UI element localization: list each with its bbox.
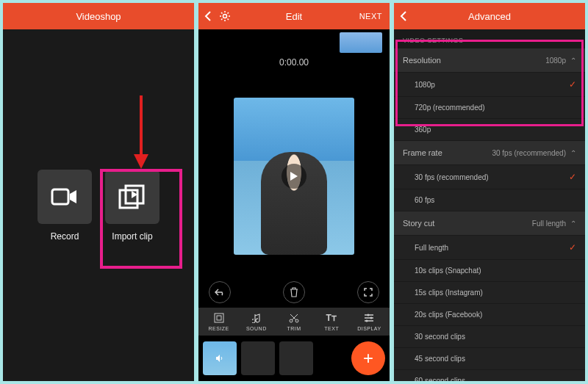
storycut-option-45s[interactable]: 45 second clips <box>394 348 585 370</box>
record-label: Record <box>51 231 79 242</box>
import-clip-icon <box>105 170 159 224</box>
timeline-row: + <box>198 336 390 381</box>
header: Edit NEXT <box>198 3 390 29</box>
tool-text[interactable]: Tᴛ TEXT <box>313 312 351 331</box>
clip-strip <box>198 29 390 53</box>
framerate-row[interactable]: Frame rate 30 fps (recommended)⌃ <box>394 141 585 165</box>
row-value: 30 fps (recommended) <box>492 149 566 157</box>
import-clip-tile[interactable]: Import clip <box>105 170 159 242</box>
back-icon[interactable] <box>400 11 407 21</box>
svg-rect-5 <box>217 316 221 320</box>
text-icon: Tᴛ <box>326 312 337 324</box>
chevron-up-icon: ⌃ <box>570 57 576 65</box>
row-value: 1080p <box>545 57 566 65</box>
svg-point-10 <box>366 320 368 322</box>
video-preview[interactable] <box>234 98 354 255</box>
tool-sound[interactable]: SOUND <box>237 312 275 331</box>
check-icon: ✓ <box>569 172 576 182</box>
row-label: Story cut <box>403 219 434 228</box>
tool-resize[interactable]: RESIZE <box>200 312 237 331</box>
sound-icon <box>252 312 261 324</box>
screen-advanced: Advanced VIDEO SETTINGS Resolution 1080p… <box>394 3 585 381</box>
header-title: Videoshop <box>76 11 121 22</box>
resolution-option-360p[interactable]: 360p <box>394 119 585 141</box>
section-label: VIDEO SETTINGS <box>394 29 585 48</box>
import-label: Import clip <box>112 231 152 242</box>
add-clip-button[interactable]: + <box>351 341 385 375</box>
tool-row: RESIZE SOUND TRIM Tᴛ TEXT DISPLAY <box>198 308 390 336</box>
play-button[interactable] <box>282 164 306 189</box>
gear-icon[interactable] <box>219 10 231 22</box>
svg-point-3 <box>223 15 227 18</box>
record-tile[interactable]: Record <box>37 170 92 242</box>
resolution-row[interactable]: Resolution 1080p⌃ <box>394 48 585 73</box>
camera-icon <box>37 170 92 224</box>
timeline-clip[interactable] <box>203 341 237 375</box>
clip-thumbnail[interactable] <box>340 32 382 53</box>
control-row <box>198 277 390 308</box>
storycut-row[interactable]: Story cut Full length⌃ <box>394 211 585 236</box>
next-button[interactable]: NEXT <box>359 12 382 21</box>
resolution-option-1080p[interactable]: 1080p ✓ <box>394 73 585 97</box>
svg-rect-1 <box>120 190 137 208</box>
header: Advanced <box>394 3 585 29</box>
svg-point-8 <box>368 314 370 316</box>
mute-icon <box>215 353 225 363</box>
fullscreen-button[interactable] <box>357 281 379 303</box>
time-indicator: 0:00.00 <box>198 57 390 68</box>
storycut-option-facebook[interactable]: 20s clips (Facebook) <box>394 304 585 326</box>
svg-rect-4 <box>215 314 223 322</box>
chevron-up-icon: ⌃ <box>570 149 576 157</box>
display-icon <box>364 312 374 324</box>
svg-rect-0 <box>52 189 68 204</box>
storycut-option-60s[interactable]: 60 second clips <box>394 370 585 381</box>
back-icon[interactable] <box>204 11 212 21</box>
header-title: Edit <box>286 11 302 22</box>
fps-option-30[interactable]: 30 fps (recommended) ✓ <box>394 165 585 189</box>
timeline-slot[interactable] <box>241 341 275 375</box>
storycut-option-snapchat[interactable]: 10s clips (Snapchat) <box>394 260 585 282</box>
header-title: Advanced <box>468 11 511 22</box>
check-icon: ✓ <box>569 79 576 90</box>
resolution-option-720p[interactable]: 720p (recommended) <box>394 97 585 119</box>
storycut-option-30s[interactable]: 30 second clips <box>394 326 585 348</box>
fps-option-60[interactable]: 60 fps <box>394 189 585 211</box>
annotation-arrow <box>134 95 148 169</box>
row-label: Frame rate <box>403 148 442 157</box>
preview-area <box>198 75 390 277</box>
timeline-slot[interactable] <box>279 341 313 375</box>
resize-icon <box>214 312 224 324</box>
chevron-up-icon: ⌃ <box>570 220 576 228</box>
row-label: Resolution <box>403 56 441 65</box>
edit-body: 0:00.00 RESIZE SOUND <box>198 29 390 381</box>
advanced-body: VIDEO SETTINGS Resolution 1080p⌃ 1080p ✓… <box>394 29 585 381</box>
screen-videoshop-home: Videoshop Record Import clip <box>3 3 194 381</box>
trim-icon <box>289 312 299 324</box>
tool-display[interactable]: DISPLAY <box>351 312 388 331</box>
screen-edit: Edit NEXT 0:00.00 RESIZE <box>198 3 390 381</box>
storycut-option-instagram[interactable]: 15s clips (Instagram) <box>394 282 585 304</box>
check-icon: ✓ <box>569 242 576 253</box>
row-value: Full length <box>532 220 566 228</box>
undo-button[interactable] <box>209 281 231 303</box>
storycut-option-full[interactable]: Full length ✓ <box>394 236 585 260</box>
svg-point-9 <box>370 317 373 319</box>
header: Videoshop <box>3 3 194 29</box>
home-body: Record Import clip <box>3 29 194 381</box>
delete-button[interactable] <box>283 281 305 303</box>
tool-trim[interactable]: TRIM <box>275 312 312 331</box>
